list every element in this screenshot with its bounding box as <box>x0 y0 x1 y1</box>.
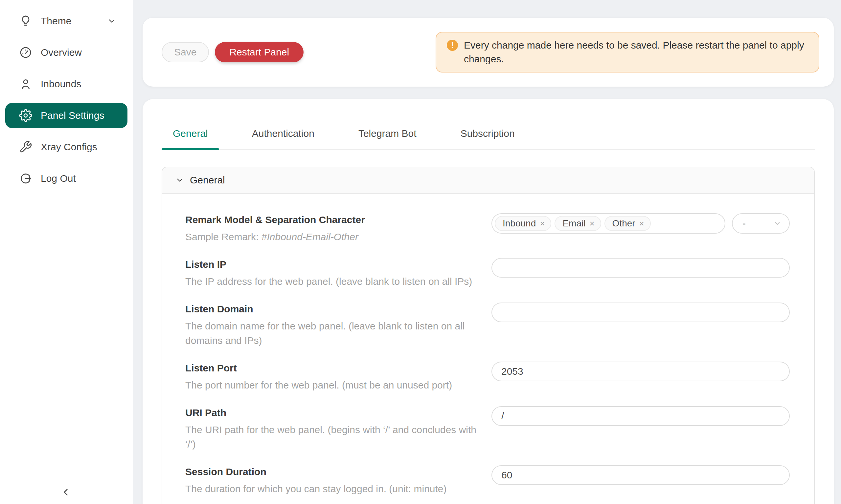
tag-other[interactable]: Other × <box>604 216 651 231</box>
dashboard-icon <box>18 45 33 60</box>
chevron-left-icon <box>60 487 71 498</box>
wrench-icon <box>18 140 33 154</box>
sidebar-item-log-out[interactable]: Log Out <box>5 166 127 191</box>
listen-domain-input[interactable] <box>492 303 790 322</box>
chevron-down-icon <box>175 176 184 184</box>
field-description: The URI path for the web panel. (begins … <box>185 422 490 451</box>
field-description: Sample Remark: #Inbound-Email-Other <box>185 230 490 244</box>
general-collapse-panel: General Remark Model & Separation Charac… <box>161 167 815 504</box>
sidebar-item-label: Xray Configs <box>41 141 97 152</box>
chevron-down-icon <box>773 219 781 228</box>
field-label: Listen Port <box>185 360 490 376</box>
field-description: The duration for which you can stay logg… <box>185 482 490 496</box>
tag-close-icon[interactable]: × <box>540 219 545 228</box>
field-label: Listen IP <box>185 257 490 272</box>
listen-port-input[interactable] <box>492 362 790 381</box>
tab-authentication[interactable]: Authentication <box>241 128 326 149</box>
session-duration-input[interactable] <box>492 465 790 485</box>
sidebar-item-xray-configs[interactable]: Xray Configs <box>5 134 127 160</box>
uri-path-input[interactable] <box>492 406 790 426</box>
tab-general[interactable]: General <box>161 128 219 149</box>
restart-warning-alert: ! Every change made here needs to be sav… <box>435 32 819 73</box>
general-collapse-header[interactable]: General <box>162 167 814 194</box>
tag-close-icon[interactable]: × <box>589 219 594 228</box>
field-description: The domain name for the web panel. (leav… <box>185 319 490 348</box>
listen-ip-input[interactable] <box>492 258 790 277</box>
logout-icon <box>18 171 33 186</box>
sidebar-item-overview[interactable]: Overview <box>5 40 127 65</box>
user-icon <box>18 77 33 91</box>
sidebar-item-inbounds[interactable]: Inbounds <box>5 72 127 96</box>
settings-card: General Authentication Telegram Bot Subs… <box>142 99 834 504</box>
sidebar-item-panel-settings[interactable]: Panel Settings <box>5 103 127 128</box>
settings-tabs: General Authentication Telegram Bot Subs… <box>161 128 815 150</box>
field-description: The port number for the web panel. (must… <box>185 378 490 393</box>
form-row-listen-domain: Listen Domain The domain name for the we… <box>185 301 790 348</box>
sidebar-collapse-button[interactable] <box>58 484 73 500</box>
form-row-session-duration: Session Duration The duration for which … <box>185 464 790 496</box>
general-form: Remark Model & Separation Character Samp… <box>162 194 814 504</box>
sidebar-item-theme[interactable]: Theme <box>5 8 127 34</box>
form-row-listen-port: Listen Port The port number for the web … <box>185 360 790 393</box>
tag-inbound[interactable]: Inbound × <box>495 216 551 231</box>
tab-subscription[interactable]: Subscription <box>449 128 526 149</box>
separator-select[interactable]: - <box>732 213 790 234</box>
separator-value: - <box>742 218 746 229</box>
sidebar-item-label: Overview <box>41 47 82 58</box>
save-button[interactable]: Save <box>161 42 209 62</box>
remark-model-tags-input[interactable]: Inbound × Email × Other <box>492 213 725 234</box>
alert-text: Every change made here needs to be saved… <box>464 38 807 66</box>
form-row-uri-path: URI Path The URI path for the web panel.… <box>185 405 790 451</box>
sidebar-item-label: Panel Settings <box>41 110 104 121</box>
sidebar-item-label: Theme <box>41 15 71 26</box>
restart-panel-button[interactable]: Restart Panel <box>215 42 304 62</box>
panel-settings-page: Theme Overview Inbounds Panel Settings <box>0 0 841 504</box>
main-content: Save Restart Panel ! Every change made h… <box>133 0 841 504</box>
toolbar-card: Save Restart Panel ! Every change made h… <box>142 18 834 87</box>
form-row-remark: Remark Model & Separation Character Samp… <box>185 212 790 244</box>
field-description: The IP address for the web panel. (leave… <box>185 274 490 289</box>
sidebar-item-label: Log Out <box>41 173 76 184</box>
field-label: Session Duration <box>185 464 490 480</box>
tag-email[interactable]: Email × <box>554 216 601 231</box>
field-label: Remark Model & Separation Character <box>185 212 490 228</box>
bulb-icon <box>18 14 33 28</box>
gear-icon <box>18 108 33 123</box>
sample-remark-text: #Inbound-Email-Other <box>261 231 358 242</box>
sidebar-item-label: Inbounds <box>41 78 81 90</box>
section-title: General <box>190 175 225 186</box>
field-label: URI Path <box>185 405 490 421</box>
form-row-listen-ip: Listen IP The IP address for the web pan… <box>185 257 790 289</box>
tag-close-icon[interactable]: × <box>639 219 644 228</box>
field-label: Listen Domain <box>185 301 490 317</box>
tab-telegram-bot[interactable]: Telegram Bot <box>347 128 428 149</box>
warning-icon: ! <box>447 40 458 51</box>
chevron-down-icon <box>107 16 116 25</box>
sidebar: Theme Overview Inbounds Panel Settings <box>0 0 133 504</box>
